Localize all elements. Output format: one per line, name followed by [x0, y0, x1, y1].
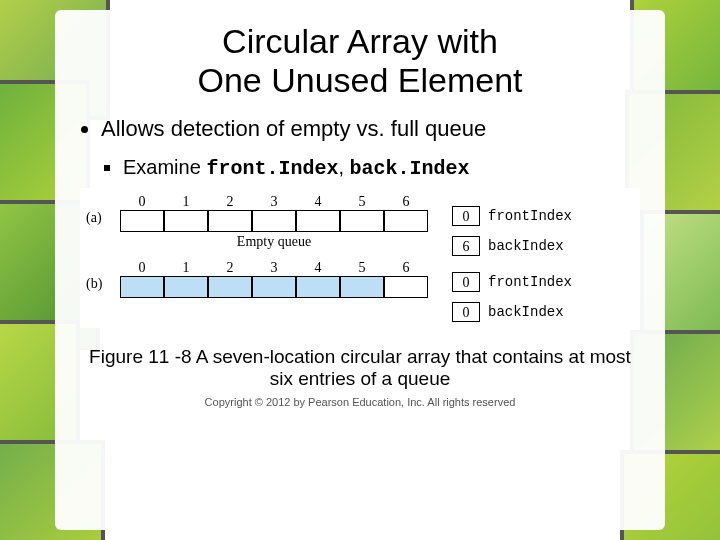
- front-index-b: 0 frontIndex: [452, 272, 572, 292]
- back-index-a: 6 backIndex: [452, 236, 572, 256]
- front-index-label: frontIndex: [488, 208, 572, 224]
- idx: 5: [340, 260, 384, 276]
- back-index-b: 0 backIndex: [452, 302, 572, 322]
- row-a-caption: Empty queue: [120, 234, 428, 250]
- array-cell: [384, 276, 428, 298]
- pointers-a: 0 frontIndex 6 backIndex: [452, 194, 572, 256]
- array-cell: [296, 276, 340, 298]
- front-index-label: frontIndex: [488, 274, 572, 290]
- code-front-index: front.Index: [206, 157, 338, 180]
- array-cell: [120, 210, 164, 232]
- idx: 1: [164, 194, 208, 210]
- idx: 2: [208, 194, 252, 210]
- array-a: 0 1 2 3 4 5 6 Empty queue: [120, 194, 428, 250]
- array-cell: [340, 210, 384, 232]
- front-index-value: 0: [452, 272, 480, 292]
- cell-row-a: [120, 210, 428, 232]
- array-cell: [252, 276, 296, 298]
- array-cell: [296, 210, 340, 232]
- row-a-label: (a): [86, 194, 120, 226]
- idx: 6: [384, 194, 428, 210]
- slide-title: Circular Array with One Unused Element: [79, 22, 641, 100]
- idx: 2: [208, 260, 252, 276]
- array-cell: [208, 276, 252, 298]
- copyright-text: Copyright © 2012 by Pearson Education, I…: [79, 396, 641, 408]
- array-cell: [208, 210, 252, 232]
- back-index-value: 0: [452, 302, 480, 322]
- array-b: 0 1 2 3 4 5 6: [120, 260, 428, 298]
- sub-sep: ,: [338, 156, 349, 178]
- diagram-row-b: (b) 0 1 2 3 4 5 6: [86, 260, 634, 322]
- array-cell: [384, 210, 428, 232]
- front-index-a: 0 frontIndex: [452, 206, 572, 226]
- figure-caption: Figure 11 -8 A seven-location circular a…: [79, 346, 641, 390]
- back-index-value: 6: [452, 236, 480, 256]
- front-index-value: 0: [452, 206, 480, 226]
- idx: 3: [252, 260, 296, 276]
- idx: 6: [384, 260, 428, 276]
- back-index-label: backIndex: [488, 238, 564, 254]
- idx: 0: [120, 260, 164, 276]
- array-cell: [120, 276, 164, 298]
- index-row-b: 0 1 2 3 4 5 6: [120, 260, 428, 276]
- bullet-item: Allows detection of empty vs. full queue: [101, 116, 641, 142]
- figure-diagram: (a) 0 1 2 3 4 5 6: [80, 188, 640, 328]
- row-b-label: (b): [86, 260, 120, 292]
- idx: 3: [252, 194, 296, 210]
- slide-content: Circular Array with One Unused Element A…: [55, 10, 665, 530]
- title-line-2: One Unused Element: [197, 61, 522, 99]
- bullet-list: Allows detection of empty vs. full queue: [79, 116, 641, 142]
- pointers-b: 0 frontIndex 0 backIndex: [452, 260, 572, 322]
- sub-prefix: Examine: [123, 156, 206, 178]
- array-cell: [164, 210, 208, 232]
- array-cell: [340, 276, 384, 298]
- sub-bullet-item: Examine front.Index, back.Index: [123, 156, 641, 180]
- title-line-1: Circular Array with: [222, 22, 498, 60]
- array-cell: [252, 210, 296, 232]
- array-cell: [164, 276, 208, 298]
- back-index-label: backIndex: [488, 304, 564, 320]
- index-row-a: 0 1 2 3 4 5 6: [120, 194, 428, 210]
- code-back-index: back.Index: [350, 157, 470, 180]
- idx: 0: [120, 194, 164, 210]
- idx: 5: [340, 194, 384, 210]
- diagram-row-a: (a) 0 1 2 3 4 5 6: [86, 194, 634, 256]
- idx: 1: [164, 260, 208, 276]
- idx: 4: [296, 260, 340, 276]
- cell-row-b: [120, 276, 428, 298]
- idx: 4: [296, 194, 340, 210]
- sub-bullet-list: Examine front.Index, back.Index: [79, 156, 641, 180]
